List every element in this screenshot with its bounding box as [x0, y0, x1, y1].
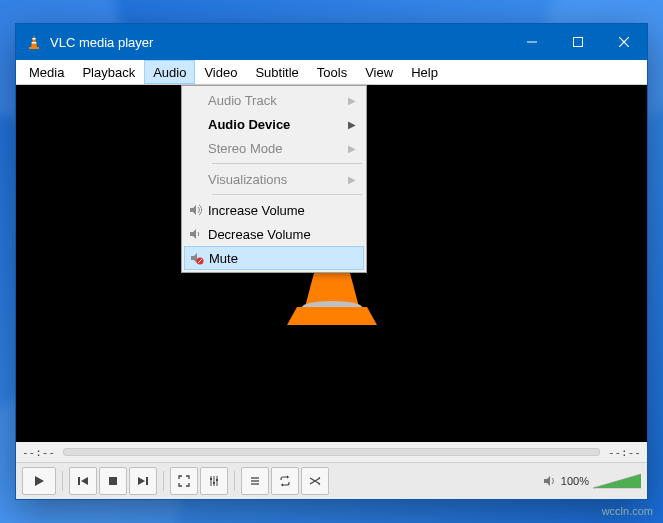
shuffle-button[interactable]	[301, 467, 329, 495]
menu-media[interactable]: Media	[20, 60, 73, 84]
svg-marker-0	[31, 35, 37, 47]
volume-up-icon	[184, 203, 208, 217]
svg-rect-5	[574, 38, 583, 47]
dd-audio-track[interactable]: Audio Track ▶	[184, 88, 364, 112]
ext-settings-button[interactable]	[200, 467, 228, 495]
svg-marker-30	[544, 476, 550, 486]
svg-marker-31	[593, 474, 641, 488]
svg-rect-24	[216, 479, 218, 481]
submenu-arrow-icon: ▶	[348, 143, 364, 154]
mute-icon	[185, 251, 209, 265]
seek-bar: --:-- --:--	[16, 442, 647, 462]
svg-marker-13	[35, 476, 44, 486]
vlc-cone-icon	[26, 34, 42, 50]
svg-rect-23	[213, 482, 215, 484]
stop-button[interactable]	[99, 467, 127, 495]
menu-playback[interactable]: Playback	[73, 60, 144, 84]
svg-marker-33	[190, 229, 196, 239]
menu-video[interactable]: Video	[195, 60, 246, 84]
titlebar: VLC media player	[16, 24, 647, 60]
submenu-arrow-icon: ▶	[348, 95, 364, 106]
menu-tools[interactable]: Tools	[308, 60, 356, 84]
maximize-button[interactable]	[555, 24, 601, 60]
dd-decrease-volume[interactable]: Decrease Volume	[184, 222, 364, 246]
play-button[interactable]	[22, 467, 56, 495]
app-window: VLC media player Media Playback Audio Vi…	[15, 23, 648, 500]
svg-marker-32	[190, 205, 196, 215]
speaker-icon[interactable]	[543, 474, 557, 488]
svg-rect-1	[32, 38, 35, 40]
close-button[interactable]	[601, 24, 647, 60]
time-current: --:--	[22, 446, 55, 459]
dd-increase-volume[interactable]: Increase Volume	[184, 198, 364, 222]
submenu-arrow-icon: ▶	[348, 174, 364, 185]
fullscreen-button[interactable]	[170, 467, 198, 495]
prev-button[interactable]	[69, 467, 97, 495]
svg-rect-16	[109, 477, 117, 485]
time-total: --:--	[608, 446, 641, 459]
svg-marker-17	[138, 477, 145, 485]
dd-audio-device[interactable]: Audio Device ▶	[184, 112, 364, 136]
svg-rect-2	[32, 42, 37, 44]
minimize-button[interactable]	[509, 24, 555, 60]
menu-view[interactable]: View	[356, 60, 402, 84]
svg-rect-3	[29, 47, 39, 49]
volume-slider[interactable]	[593, 472, 641, 490]
menu-subtitle[interactable]: Subtitle	[246, 60, 307, 84]
menu-bar: Media Playback Audio Video Subtitle Tool…	[16, 60, 647, 85]
menu-help[interactable]: Help	[402, 60, 447, 84]
next-button[interactable]	[129, 467, 157, 495]
svg-rect-22	[210, 478, 212, 480]
watermark: wccln.com	[602, 505, 653, 517]
volume-percent: 100%	[561, 475, 589, 487]
seek-track[interactable]	[63, 448, 600, 456]
svg-marker-34	[191, 253, 197, 263]
svg-rect-14	[78, 477, 80, 485]
submenu-arrow-icon: ▶	[348, 119, 364, 130]
dd-stereo-mode[interactable]: Stereo Mode ▶	[184, 136, 364, 160]
menu-audio[interactable]: Audio	[144, 60, 195, 84]
audio-dropdown: Audio Track ▶ Audio Device ▶ Stereo Mode…	[181, 85, 367, 273]
svg-marker-12	[287, 307, 377, 325]
control-bar: 100%	[16, 462, 647, 499]
window-title: VLC media player	[50, 35, 509, 50]
dd-visualizations[interactable]: Visualizations ▶	[184, 167, 364, 191]
loop-button[interactable]	[271, 467, 299, 495]
playlist-button[interactable]	[241, 467, 269, 495]
svg-marker-15	[81, 477, 88, 485]
volume-down-icon	[184, 227, 208, 241]
svg-rect-18	[146, 477, 148, 485]
dd-mute[interactable]: Mute	[184, 246, 364, 270]
